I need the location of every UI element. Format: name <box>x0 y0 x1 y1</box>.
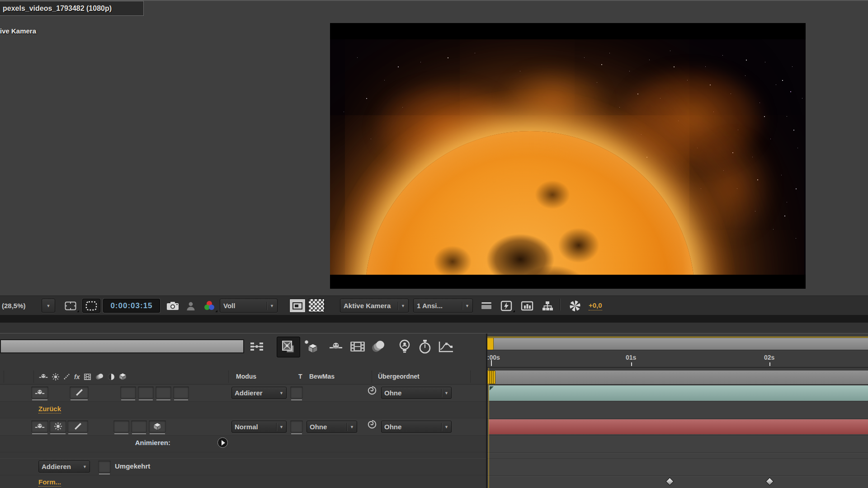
keyframe-diamond[interactable] <box>765 477 774 485</box>
layer-duration-bar-red[interactable] <box>489 419 868 434</box>
resolution-dropdown[interactable]: Voll ▼ <box>220 299 278 313</box>
live-update-button[interactable] <box>277 337 300 357</box>
exposure-value[interactable]: +0,0 <box>589 299 602 313</box>
motion-blur-icon <box>95 373 104 380</box>
reverse-property-value[interactable]: Zurück <box>38 405 61 413</box>
hide-shy-layers-button[interactable] <box>327 338 344 356</box>
motion-blur-switch[interactable] <box>156 387 171 398</box>
layer-row-1[interactable]: Addierer ▼ Ohne ▼ <box>0 385 486 402</box>
blend-mode-dropdown[interactable]: Normal ▼ <box>231 421 287 433</box>
3d-view-dropdown[interactable]: Aktive Kamera ▼ <box>340 299 409 313</box>
collapse-switch[interactable] <box>50 421 66 432</box>
view-layout-value: 1 Ansi... <box>417 302 459 310</box>
preserve-transparency-checkbox[interactable] <box>291 421 302 432</box>
preserve-transparency-checkbox[interactable] <box>291 387 302 398</box>
text-animator-row[interactable]: Animieren: <box>0 436 486 452</box>
ruler-tick-1s: 01s <box>626 354 636 361</box>
time-navigator-bar[interactable] <box>487 338 868 350</box>
layer-row-2[interactable]: Normal ▼ Ohne ▼ Ohne ▼ <box>0 418 486 436</box>
column-parent[interactable]: Übergeordnet <box>378 373 420 380</box>
work-area-bar[interactable] <box>487 371 868 384</box>
shy-switch[interactable] <box>32 421 48 432</box>
frame-blend-switch[interactable] <box>138 387 153 398</box>
safe-margins-button[interactable] <box>61 299 80 313</box>
pixel-aspect-correction-button[interactable] <box>518 299 536 313</box>
zoom-dropdown-button[interactable]: ▼ <box>42 299 55 313</box>
panel-divider-dark[interactable] <box>0 315 868 323</box>
transparency-grid-button[interactable] <box>308 299 325 312</box>
mini-flowchart-icon <box>250 341 264 352</box>
mask-mode-dropdown[interactable]: Addieren ▼ <box>38 460 90 473</box>
mask-visibility-button[interactable] <box>82 299 100 313</box>
parent-dropdown[interactable]: Ohne ▼ <box>381 421 452 433</box>
quality-icon <box>74 422 82 430</box>
timecode-button[interactable]: 0:00:03:15 <box>103 299 160 313</box>
brainstorm-button[interactable] <box>395 338 414 356</box>
frame-blend-switch[interactable] <box>114 421 129 432</box>
motion-blur-switch[interactable] <box>132 421 146 432</box>
parent-pickwhip[interactable] <box>367 419 377 431</box>
parent-dropdown[interactable]: Ohne ▼ <box>381 387 452 399</box>
active-camera-overlay-label: ive Kamera <box>0 27 36 35</box>
view-layout-dropdown[interactable]: 1 Ansi... ▼ <box>413 299 473 313</box>
animate-menu-button[interactable] <box>217 437 228 448</box>
column-separator <box>470 371 471 383</box>
composition-viewport[interactable] <box>330 23 806 289</box>
chevron-down-icon: ▼ <box>47 304 51 308</box>
fast-previews-button[interactable] <box>497 299 515 313</box>
navigator-start-marker[interactable] <box>487 338 494 350</box>
dropdown-separator <box>441 423 442 431</box>
video-frame-sun-image <box>330 39 806 275</box>
fx-switch[interactable] <box>121 387 136 398</box>
track-matte-dropdown[interactable]: Ohne ▼ <box>307 421 357 433</box>
composition-tab[interactable]: pexels_videos_1793482 (1080p) <box>0 1 144 16</box>
frame-blending-button[interactable] <box>347 338 368 356</box>
column-preserve-transparency[interactable]: T <box>298 373 302 380</box>
comp-flowchart-button[interactable] <box>539 299 556 313</box>
keyframe-diamond[interactable] <box>666 477 674 485</box>
track-separator <box>487 452 868 453</box>
motion-blur-icon <box>371 340 386 353</box>
draft-3d-button[interactable] <box>301 338 321 356</box>
property-row-reverse[interactable]: Zurück <box>0 402 486 418</box>
quality-switch[interactable] <box>70 387 88 398</box>
mask-path-row[interactable]: Form... <box>0 475 486 488</box>
time-ruler[interactable]: 0:00s 01s 02s <box>487 350 868 368</box>
quality-icon <box>75 389 83 396</box>
timeline-panel: fx Modus T BewMas Übergeordnet <box>0 333 868 488</box>
blend-mode-dropdown[interactable]: Addierer ▼ <box>231 387 287 399</box>
layer-duration-bar-teal[interactable] <box>489 385 868 401</box>
3d-switch[interactable] <box>149 421 165 432</box>
column-track-matte[interactable]: BewMas <box>309 373 335 380</box>
blend-mode-value: Addierer <box>235 389 277 397</box>
zoom-level-value[interactable]: (28,5%) <box>2 299 26 313</box>
column-mode[interactable]: Modus <box>236 373 256 380</box>
3d-switch[interactable] <box>174 387 189 398</box>
quality-switch[interactable] <box>68 421 88 432</box>
graph-editor-button[interactable] <box>436 338 457 356</box>
chevron-down-icon: ▼ <box>279 425 283 429</box>
layer-column-header: fx Modus T BewMas Übergeordnet <box>0 369 486 385</box>
lightbulb-icon <box>398 339 411 354</box>
show-snapshot-button[interactable] <box>184 299 198 313</box>
track-separator <box>487 436 868 436</box>
adjust-exposure-button[interactable] <box>565 299 585 313</box>
mask-path-value[interactable]: Form... <box>38 478 61 487</box>
snapshot-button[interactable] <box>164 299 182 313</box>
column-separator <box>372 371 372 383</box>
auto-keyframe-button[interactable] <box>416 338 434 356</box>
region-of-interest-button[interactable] <box>289 299 306 313</box>
pickwhip-icon <box>367 385 377 395</box>
parent-pickwhip[interactable] <box>367 385 377 397</box>
motion-blur-button[interactable] <box>369 338 388 356</box>
shy-switch[interactable] <box>32 387 48 398</box>
dropdown-separator <box>441 389 442 397</box>
mask-row[interactable]: Addieren ▼ Umgekehrt <box>0 459 486 475</box>
timeline-search-field[interactable] <box>0 339 244 353</box>
mask-invert-checkbox[interactable] <box>99 461 110 472</box>
comp-mini-flowchart-button[interactable] <box>248 338 266 356</box>
toggle-viewer-lock-button[interactable] <box>478 299 495 313</box>
after-effects-window: pexels_videos_1793482 (1080p) ive Kamera… <box>0 0 868 488</box>
channel-settings-button[interactable] <box>201 299 218 313</box>
track-matte-value: Ohne <box>310 423 344 431</box>
